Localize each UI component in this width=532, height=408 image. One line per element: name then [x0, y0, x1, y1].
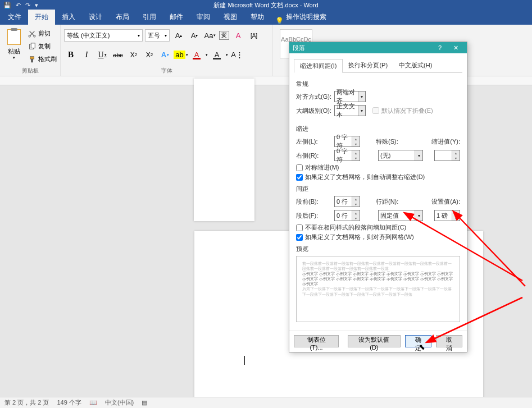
line-spacing-value-spinner[interactable]: 1 磅 ▴▾: [434, 210, 460, 221]
superscript-button[interactable]: X2: [143, 49, 156, 61]
section-spacing: 间距: [296, 185, 460, 193]
dialog-titlebar[interactable]: 段落 ? ✕: [289, 42, 467, 53]
word-count[interactable]: 149 个字: [57, 398, 81, 407]
clipboard-group-label: 剪贴板: [3, 66, 57, 75]
copy-button[interactable]: 复制: [28, 40, 57, 53]
tell-me-search[interactable]: 操作说明搜索: [284, 10, 333, 25]
indent-value-spinner[interactable]: ▴▾: [434, 150, 460, 161]
save-icon[interactable]: 💾: [3, 2, 11, 9]
paragraph-dialog: 段落 ? ✕ 缩进和间距(I) 换行和分页(P) 中文版式(H) 常规 对齐方式…: [289, 42, 467, 352]
underline-button[interactable]: U▾: [96, 49, 109, 61]
highlight-button[interactable]: ab▾: [174, 49, 188, 61]
chevron-down-icon: ▾: [165, 33, 167, 38]
tab-design[interactable]: 设计: [82, 10, 109, 25]
italic-button[interactable]: I: [80, 49, 93, 61]
bold-button[interactable]: B: [64, 49, 78, 61]
brush-icon: [28, 56, 36, 63]
collapse-default-checkbox: [372, 107, 379, 114]
enclose-characters-button[interactable]: [A]: [247, 29, 261, 42]
auto-adjust-indent-checkbox[interactable]: [296, 174, 303, 181]
indent-left-spinner[interactable]: 0 字符 ▴▾: [334, 136, 360, 147]
space-before-spinner[interactable]: 0 行 ▴▾: [334, 196, 360, 207]
section-indent: 缩进: [296, 125, 460, 133]
page-indicator[interactable]: 第 2 页，共 2 页: [4, 398, 49, 407]
line-spacing-select[interactable]: 固定值▾: [378, 210, 423, 221]
no-space-same-style-checkbox[interactable]: [296, 224, 303, 231]
tabs-button[interactable]: 制表位(T)...: [294, 335, 339, 347]
help-icon[interactable]: ?: [432, 44, 448, 51]
font-color-button[interactable]: A: [190, 49, 203, 61]
tab-indent-spacing[interactable]: 缩进和间距(I): [294, 59, 343, 73]
mirror-indents-checkbox[interactable]: [296, 164, 303, 171]
grow-font-button[interactable]: A▴: [172, 29, 185, 42]
qat-dropdown-icon[interactable]: ▾: [35, 2, 38, 9]
indent-right-spinner[interactable]: 0 字符 ▴▾: [334, 150, 360, 161]
spellcheck-icon[interactable]: 📖: [89, 399, 97, 406]
window-title: 新建 Microsoft Word 文档.docx - Word: [213, 1, 318, 10]
lightbulb-icon[interactable]: 💡: [275, 17, 284, 25]
change-case-button[interactable]: Aa▾: [203, 29, 217, 42]
copy-icon: [28, 43, 36, 51]
set-default-button[interactable]: 设为默认值(D): [348, 335, 401, 347]
svg-rect-3: [31, 43, 35, 48]
font-group-label: 字体: [64, 66, 269, 75]
preview-box: 前一段落前一段落前一段落前一段落前一段落前一段落前一段落前一段落前一段落前一段落…: [296, 256, 460, 322]
subscript-button[interactable]: X2: [127, 49, 140, 61]
status-bar: 第 2 页，共 2 页 149 个字 📖 中文(中国) ▤: [0, 397, 532, 408]
tab-insert[interactable]: 插入: [55, 10, 82, 25]
cancel-button[interactable]: 取消: [436, 335, 462, 347]
svg-rect-5: [31, 59, 33, 62]
tab-mailings[interactable]: 邮件: [163, 10, 190, 25]
shrink-font-button[interactable]: A▾: [188, 29, 201, 42]
font-color-dropdown[interactable]: ▾: [206, 53, 208, 57]
paste-button[interactable]: 粘贴 ▾: [3, 27, 25, 66]
special-indent-select[interactable]: (无)▾: [378, 150, 423, 161]
undo-icon[interactable]: ↶: [16, 2, 21, 9]
font-name-select[interactable]: 等线 (中文正文) ▾: [64, 29, 143, 42]
page-1[interactable]: [194, 79, 254, 221]
cut-button[interactable]: 剪切: [28, 27, 57, 40]
phonetic-guide-button[interactable]: 変: [219, 31, 229, 40]
text-effects-button[interactable]: A▾: [158, 49, 172, 61]
font-size-select[interactable]: 五号 ▾: [145, 29, 170, 42]
tab-home[interactable]: 开始: [28, 10, 55, 25]
clipboard-icon: [7, 29, 21, 45]
svg-rect-4: [30, 56, 34, 58]
tab-asian-typography[interactable]: 中文版式(H): [393, 59, 438, 72]
strikethrough-button[interactable]: abc: [111, 49, 125, 61]
tab-view[interactable]: 视图: [217, 10, 244, 25]
tab-file[interactable]: 文件: [1, 10, 28, 25]
character-border-dropdown[interactable]: ▾: [226, 53, 228, 57]
character-shading-button[interactable]: A⋮: [230, 49, 244, 61]
format-painter-button[interactable]: 格式刷: [28, 53, 57, 66]
space-after-spinner[interactable]: 0 行 ▴▾: [334, 210, 360, 221]
snap-to-grid-checkbox[interactable]: [296, 234, 303, 241]
tab-references[interactable]: 引用: [136, 10, 163, 25]
clear-formatting-button[interactable]: A: [231, 29, 245, 42]
tab-layout[interactable]: 布局: [109, 10, 136, 25]
close-icon[interactable]: ✕: [448, 44, 463, 52]
redo-icon[interactable]: ↷: [25, 2, 30, 9]
tab-help[interactable]: 帮助: [244, 10, 271, 25]
scissors-icon: [28, 30, 36, 38]
section-general: 常规: [296, 80, 460, 88]
track-changes-icon[interactable]: ▤: [142, 399, 147, 406]
tab-line-page-breaks[interactable]: 换行和分页(P): [343, 59, 393, 72]
character-border-button[interactable]: A: [210, 49, 224, 61]
title-bar: 💾 ↶ ↷ ▾ 新建 Microsoft Word 文档.docx - Word: [0, 0, 532, 10]
ribbon-tabs: 文件 开始 插入 设计 布局 引用 邮件 审阅 视图 帮助 💡 操作说明搜索: [0, 10, 532, 25]
ok-button[interactable]: 确定: [405, 335, 431, 347]
language-indicator[interactable]: 中文(中国): [105, 398, 134, 407]
text-cursor: [244, 356, 245, 365]
tab-review[interactable]: 审阅: [190, 10, 217, 25]
alignment-select[interactable]: 两端对齐▾: [334, 91, 366, 102]
chevron-down-icon: ▾: [138, 33, 140, 38]
section-preview: 预览: [296, 245, 460, 253]
outline-level-select[interactable]: 正文文本▾: [334, 105, 366, 116]
